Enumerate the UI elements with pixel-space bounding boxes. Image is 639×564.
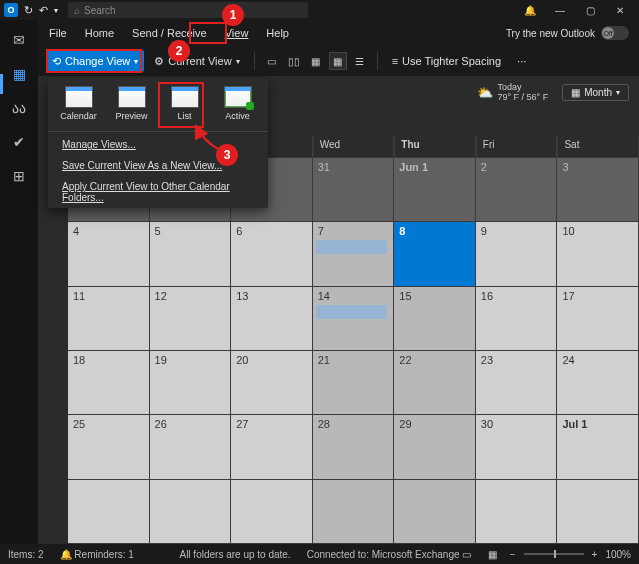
calendar-day-cell[interactable]: 3 [557, 158, 639, 222]
view-gallery-item-calendar[interactable]: Calendar [52, 84, 105, 123]
calendar-day-cell[interactable]: 21 [313, 351, 395, 415]
day-number: 27 [236, 418, 248, 430]
calendar-day-cell[interactable]: 22 [394, 351, 476, 415]
calendar-day-cell[interactable] [68, 480, 150, 544]
calendar-day-cell[interactable]: 7 [313, 222, 395, 286]
close-button[interactable]: ✕ [605, 0, 635, 20]
calendar-day-cell[interactable]: 2 [476, 158, 558, 222]
layout-month-icon[interactable]: ▦ [329, 52, 347, 70]
calendar-day-cell[interactable]: 16 [476, 287, 558, 351]
calendar-day-cell[interactable]: 11 [68, 287, 150, 351]
menu-send-receive[interactable]: Send / Receive [129, 25, 210, 41]
calendar-day-cell[interactable]: 4 [68, 222, 150, 286]
menu-help[interactable]: Help [263, 25, 292, 41]
calendar-day-cell[interactable]: 6 [231, 222, 313, 286]
calendar-event[interactable] [316, 240, 388, 254]
calendar-day-cell[interactable]: 25 [68, 415, 150, 479]
day-number: 11 [73, 290, 85, 302]
status-view-normal-icon[interactable]: ▭ [458, 545, 476, 563]
sync-icon[interactable]: ↻ [24, 4, 33, 17]
zoom-level: 100% [605, 549, 631, 560]
change-view-button[interactable]: ⟲ Change View ▾ [46, 50, 144, 72]
calendar-day-cell[interactable]: 5 [150, 222, 232, 286]
calendar-day-cell[interactable]: 9 [476, 222, 558, 286]
calendar-day-cell[interactable]: 24 [557, 351, 639, 415]
manage-views-link[interactable]: Manage Views... [48, 134, 268, 155]
calendar-day-cell[interactable]: 19 [150, 351, 232, 415]
calendar-day-cell[interactable]: 8 [394, 222, 476, 286]
apply-view-link[interactable]: Apply Current View to Other Calendar Fol… [48, 176, 268, 208]
calendar-day-cell[interactable]: 17 [557, 287, 639, 351]
rail-people-icon[interactable]: აა [9, 98, 29, 118]
view-gallery-item-list[interactable]: List [158, 84, 211, 123]
calendar-day-cell[interactable]: 12 [150, 287, 232, 351]
calendar-week-row: 252627282930Jul 1 [68, 415, 639, 479]
day-number: 18 [73, 354, 85, 366]
calendar-day-cell[interactable] [313, 480, 395, 544]
calendar-day-cell[interactable]: 31 [313, 158, 395, 222]
calendar-day-cell[interactable]: 28 [313, 415, 395, 479]
calendar-day-cell[interactable]: 30 [476, 415, 558, 479]
day-number: 21 [318, 354, 330, 366]
calendar-day-cell[interactable] [150, 480, 232, 544]
calendar-day-cell[interactable] [231, 480, 313, 544]
calendar-icon: ▦ [571, 87, 580, 98]
weather-widget[interactable]: ⛅ Today 79° F / 56° F [477, 82, 548, 102]
calendar-day-cell[interactable]: Jun 1 [394, 158, 476, 222]
undo-icon[interactable]: ↶ [39, 4, 48, 17]
zoom-slider[interactable] [524, 553, 584, 555]
layout-week-icon[interactable]: ▦ [307, 52, 325, 70]
maximize-button[interactable]: ▢ [575, 0, 605, 20]
menu-file[interactable]: File [46, 25, 70, 41]
calendar-day-cell[interactable]: 29 [394, 415, 476, 479]
layout-schedule-icon[interactable]: ☰ [351, 52, 369, 70]
current-view-button[interactable]: ⚙ Current View ▾ [148, 50, 245, 72]
calendar-day-cell[interactable]: 27 [231, 415, 313, 479]
view-gallery-row: CalendarPreviewListActive [48, 78, 268, 129]
view-gallery-item-active[interactable]: Active [211, 84, 264, 123]
calendar-day-cell[interactable] [476, 480, 558, 544]
calendar-day-cell[interactable]: 20 [231, 351, 313, 415]
calendar-day-cell[interactable] [394, 480, 476, 544]
calendar-view-mode-button[interactable]: ▦ Month ▾ [562, 84, 629, 101]
day-number: 19 [155, 354, 167, 366]
view-gallery-item-preview[interactable]: Preview [105, 84, 158, 123]
day-number: 26 [155, 418, 167, 430]
status-bar: Items: 2 🔔 Reminders: 1 All folders are … [0, 544, 639, 564]
calendar-day-cell[interactable]: 26 [150, 415, 232, 479]
calendar-day-cell[interactable]: 14 [313, 287, 395, 351]
save-view-link[interactable]: Save Current View As a New View... [48, 155, 268, 176]
rail-calendar-icon[interactable]: ▦ [9, 64, 29, 84]
tighter-spacing-button[interactable]: ≡ Use Tighter Spacing [386, 50, 507, 72]
calendar-day-cell[interactable]: 18 [68, 351, 150, 415]
search-placeholder: Search [84, 5, 116, 16]
calendar-day-cell[interactable] [557, 480, 639, 544]
calendar-day-cell[interactable]: 13 [231, 287, 313, 351]
rail-mail-icon[interactable]: ✉ [9, 30, 29, 50]
calendar-day-cell[interactable]: Jul 1 [557, 415, 639, 479]
minimize-button[interactable]: — [545, 0, 575, 20]
day-number: 14 [318, 290, 330, 302]
more-commands-button[interactable]: ··· [511, 50, 532, 72]
zoom-in-button[interactable]: + [592, 549, 598, 560]
calendar-weeks: 28293031Jun 1234567891011121314151617181… [68, 158, 639, 544]
day-number: 8 [399, 225, 405, 237]
try-new-outlook-toggle[interactable]: Off [601, 26, 629, 40]
zoom-out-button[interactable]: − [510, 549, 516, 560]
calendar-day-cell[interactable]: 15 [394, 287, 476, 351]
notifications-icon[interactable]: 🔔 [515, 0, 545, 20]
search-box[interactable]: ⌕ Search [68, 2, 308, 18]
spacing-icon: ≡ [392, 55, 398, 67]
status-view-reading-icon[interactable]: ▦ [484, 545, 502, 563]
rail-more-apps-icon[interactable]: ⊞ [9, 166, 29, 186]
quickaccess-dropdown[interactable]: ▾ [54, 6, 58, 15]
menu-view[interactable]: View [222, 25, 252, 41]
calendar-day-cell[interactable]: 23 [476, 351, 558, 415]
menu-home[interactable]: Home [82, 25, 117, 41]
rail-todo-icon[interactable]: ✔ [9, 132, 29, 152]
layout-day-icon[interactable]: ▭ [263, 52, 281, 70]
calendar-event[interactable] [316, 305, 388, 319]
calendar-day-cell[interactable]: 10 [557, 222, 639, 286]
status-reminders[interactable]: 🔔 Reminders: 1 [60, 549, 134, 560]
layout-workweek-icon[interactable]: ▯▯ [285, 52, 303, 70]
